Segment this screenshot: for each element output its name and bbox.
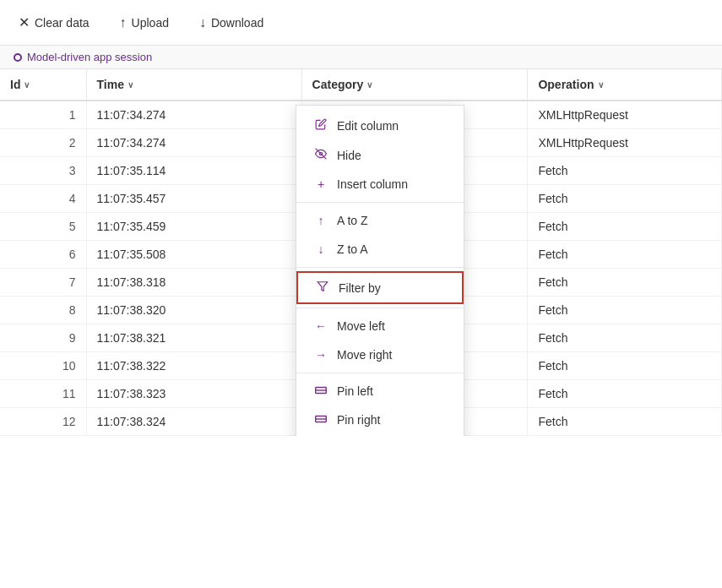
menu-item-move-right[interactable]: → Move right (296, 340, 464, 369)
session-banner: Model-driven app session (0, 46, 722, 69)
session-dot-icon (14, 53, 22, 62)
cell-operation: XMLHttpRequest (528, 101, 722, 129)
cell-operation: Fetch (528, 408, 722, 436)
pin-right-icon (313, 413, 328, 427)
cell-time: 11:07:34.274 (86, 101, 301, 129)
cell-id: 5 (0, 213, 86, 241)
cell-time: 11:07:38.322 (86, 352, 301, 380)
cell-id: 11 (0, 380, 86, 408)
move-right-icon: → (313, 348, 328, 362)
menu-item-filter-by[interactable]: Filter by (296, 271, 464, 304)
cell-id: 9 (0, 324, 86, 352)
menu-separator (296, 308, 464, 308)
col-header-time[interactable]: Time ∨ (86, 69, 301, 101)
cell-time: 11:07:34.274 (86, 129, 301, 157)
menu-item-pin-left[interactable]: Pin left (296, 377, 464, 406)
cell-time: 11:07:38.323 (86, 380, 301, 408)
edit-column-label: Edit column (337, 119, 399, 133)
col-operation-label: Operation (538, 78, 594, 91)
pin-left-label: Pin left (337, 384, 373, 398)
cell-operation: Fetch (528, 324, 722, 352)
menu-item-z-to-a[interactable]: ↓ Z to A (296, 235, 464, 264)
col-category-label: Category (312, 78, 364, 91)
menu-separator (296, 267, 464, 268)
menu-item-insert-column[interactable]: + Insert column (296, 170, 464, 199)
cell-operation: Fetch (528, 157, 722, 185)
cell-operation: Fetch (528, 297, 722, 324)
col-operation-chevron: ∨ (598, 80, 604, 90)
move-left-label: Move left (337, 319, 385, 333)
cell-time: 11:07:38.320 (86, 297, 301, 324)
table-area: Id ∨ Time ∨ Category ∨ (0, 69, 722, 436)
clear-data-button[interactable]: ✕ Clear data (14, 11, 95, 34)
menu-separator (296, 373, 464, 373)
col-id-chevron: ∨ (24, 80, 30, 90)
cell-id: 4 (0, 185, 86, 213)
a-to-z-label: A to Z (337, 214, 368, 227)
cell-time: 11:07:35.457 (86, 185, 301, 213)
insert-column-icon: + (313, 177, 328, 191)
cell-operation: Fetch (528, 241, 722, 269)
hide-label: Hide (337, 149, 361, 162)
clear-data-label: Clear data (35, 16, 90, 30)
col-header-operation[interactable]: Operation ∨ (528, 69, 722, 101)
menu-item-edit-column[interactable]: Edit column (296, 111, 464, 140)
column-context-menu: Edit column Hide + Insert column ↑ A to … (296, 105, 464, 436)
pin-left-icon (313, 384, 328, 398)
cell-operation: XMLHttpRequest (528, 129, 722, 157)
cell-time: 11:07:38.324 (86, 408, 301, 436)
upload-icon: ↑ (120, 15, 127, 30)
cell-operation: Fetch (528, 213, 722, 241)
cell-id: 6 (0, 241, 86, 269)
menu-separator (296, 202, 464, 203)
cell-id: 3 (0, 157, 86, 185)
download-label: Download (211, 16, 263, 30)
cell-id: 8 (0, 297, 86, 324)
cell-time: 11:07:38.318 (86, 269, 301, 297)
download-button[interactable]: ↓ Download (194, 12, 269, 34)
session-label: Model-driven app session (27, 51, 152, 63)
pin-right-label: Pin right (337, 413, 380, 427)
cell-operation: Fetch (528, 269, 722, 297)
cell-id: 1 (0, 101, 86, 129)
col-category-chevron: ∨ (366, 80, 372, 90)
clear-data-icon: ✕ (19, 14, 30, 30)
col-time-label: Time (97, 78, 124, 91)
edit-column-icon (313, 118, 328, 133)
menu-item-hide[interactable]: Hide (296, 140, 464, 170)
cell-operation: Fetch (528, 380, 722, 408)
cell-operation: Fetch (528, 352, 722, 380)
filter-by-icon (315, 280, 330, 295)
menu-item-pin-right[interactable]: Pin right (296, 406, 464, 434)
cell-operation: Fetch (528, 185, 722, 213)
hide-icon (313, 148, 328, 162)
col-header-id[interactable]: Id ∨ (0, 69, 86, 101)
col-time-chevron: ∨ (128, 80, 133, 90)
cell-id: 7 (0, 269, 86, 297)
cell-time: 11:07:35.114 (86, 157, 301, 185)
menu-item-a-to-z[interactable]: ↑ A to Z (296, 206, 464, 235)
a-to-z-icon: ↑ (313, 214, 328, 227)
cell-id: 2 (0, 129, 86, 157)
upload-label: Upload (132, 16, 169, 30)
move-left-icon: ← (313, 319, 328, 333)
move-right-label: Move right (337, 348, 392, 362)
cell-id: 12 (0, 408, 86, 436)
cell-time: 11:07:35.508 (86, 241, 301, 269)
col-id-label: Id (10, 78, 20, 91)
menu-item-move-left[interactable]: ← Move left (296, 312, 464, 340)
z-to-a-icon: ↓ (313, 242, 328, 256)
filter-by-label: Filter by (339, 281, 381, 295)
cell-time: 11:07:35.459 (86, 213, 301, 241)
insert-column-label: Insert column (337, 177, 408, 191)
cell-time: 11:07:38.321 (86, 324, 301, 352)
toolbar: ✕ Clear data ↑ Upload ↓ Download (0, 0, 722, 46)
download-icon: ↓ (199, 15, 206, 30)
upload-button[interactable]: ↑ Upload (115, 12, 174, 34)
col-header-category[interactable]: Category ∨ (301, 69, 528, 101)
cell-id: 10 (0, 352, 86, 380)
z-to-a-label: Z to A (337, 242, 368, 256)
svg-marker-2 (318, 282, 328, 291)
